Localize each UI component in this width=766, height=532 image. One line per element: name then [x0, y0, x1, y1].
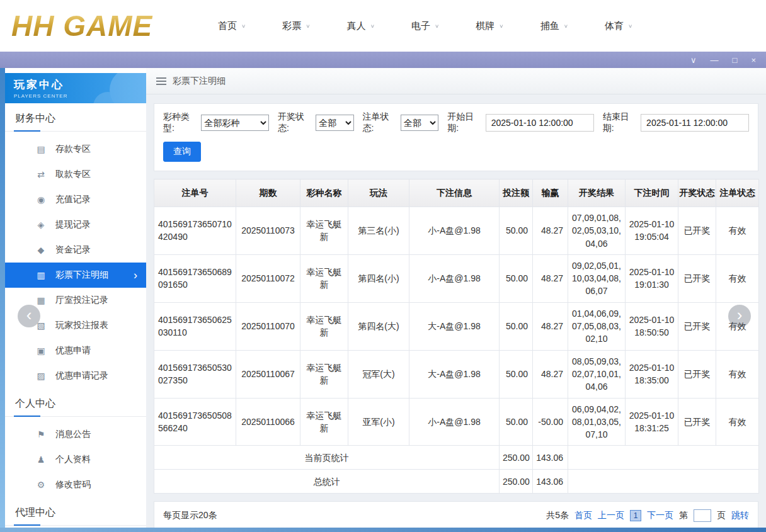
- table-cell: 2025-01-10 19:05:04: [626, 207, 678, 255]
- minimize-icon[interactable]: —: [711, 56, 719, 64]
- site-header: HH GAME 首页 ∨ 彩票 ∨ 真人 ∨ 电子 ∨ 棋牌 ∨: [0, 0, 766, 52]
- chevron-down-icon: ∨: [370, 23, 375, 29]
- sidebar-item-withdrawal-record[interactable]: ◈ 提现记录: [5, 212, 146, 237]
- jump-page-input[interactable]: [694, 509, 711, 522]
- table-row: 40156917365062503011020250110070幸运飞艇新第四名…: [154, 302, 759, 350]
- sidebar-item-label: 彩票下注明细: [55, 269, 108, 281]
- summary-empty: [568, 470, 759, 494]
- table-cell: 幸运飞艇新: [300, 302, 348, 350]
- chevron-down-icon: ∨: [499, 23, 503, 29]
- sidebar-item-promo-apply[interactable]: ▣ 优惠申请: [5, 338, 146, 363]
- table-cell: 50.00: [500, 398, 533, 446]
- chevron-down-icon: ∨: [435, 23, 439, 29]
- maximize-icon[interactable]: □: [733, 56, 738, 64]
- order-status-select[interactable]: 全部: [401, 115, 438, 131]
- table-cell: 幸运飞艇新: [300, 207, 348, 255]
- table-cell: 20250110073: [236, 207, 300, 255]
- table-cell: 第四名(大): [348, 302, 409, 350]
- start-date-input[interactable]: [486, 114, 594, 132]
- banner-subtitle: PLAYERS CENTER: [14, 93, 137, 99]
- scroll-left-button[interactable]: ‹: [18, 305, 40, 327]
- table-row: 40156917365053002735020250110067幸运飞艇新冠军(…: [154, 350, 759, 398]
- nav-item-sports[interactable]: 体育 ∨: [605, 20, 632, 32]
- table-cell: 2025-01-10 19:01:30: [626, 254, 678, 302]
- next-page-link[interactable]: 下一页: [647, 510, 673, 521]
- announcement-icon: ⚑: [35, 429, 47, 439]
- promo-apply-icon: ▣: [35, 346, 47, 356]
- prev-page-link[interactable]: 上一页: [598, 510, 624, 521]
- site-logo[interactable]: HH GAME: [11, 9, 200, 43]
- section-title-label: 代理中心: [15, 507, 55, 518]
- summary-label: 总统计: [154, 470, 500, 494]
- sidebar-item-funds-record[interactable]: ◆ 资金记录: [5, 237, 146, 263]
- close-icon[interactable]: ×: [751, 56, 756, 64]
- sidebar-item-announcements[interactable]: ⚑ 消息公告: [5, 422, 146, 447]
- table-cell: 20250110070: [236, 302, 300, 350]
- lottery-type-select[interactable]: 全部彩种: [201, 115, 268, 131]
- table-cell: 48.27: [533, 207, 568, 255]
- sidebar-item-lottery-bet-detail[interactable]: ▥ 彩票下注明细 ›: [5, 263, 146, 288]
- main-nav: 首页 ∨ 彩票 ∨ 真人 ∨ 电子 ∨ 棋牌 ∨ 捕鱼 ∨: [218, 20, 632, 32]
- order-status-label: 注单状态:: [363, 111, 397, 134]
- jump-prefix-label: 第: [679, 510, 688, 521]
- end-date-input[interactable]: [641, 114, 749, 132]
- column-header-draw-result: 开奖结果: [568, 179, 626, 207]
- table-cell: 幸运飞艇新: [300, 398, 348, 446]
- sidebar-item-label: 优惠申请记录: [55, 370, 108, 382]
- column-header-order-status: 注单状态: [716, 179, 759, 207]
- table-cell: 50.00: [500, 254, 533, 302]
- table-cell: 亚军(小): [348, 398, 409, 446]
- table-cell: 已开奖: [678, 254, 716, 302]
- search-button[interactable]: 查询: [163, 142, 201, 162]
- draw-status-select[interactable]: 全部: [316, 115, 353, 131]
- banner-title: 玩家中心: [14, 77, 137, 92]
- sidebar-item-promo-apply-record[interactable]: ▨ 优惠申请记录: [5, 363, 146, 388]
- table-cell: 2025-01-10 18:35:00: [626, 350, 678, 398]
- chevron-down-icon: ∨: [564, 23, 568, 29]
- table-cell: 大-A盘@1.98: [409, 302, 500, 350]
- deposit-icon: ▤: [35, 144, 47, 154]
- scroll-right-button[interactable]: ›: [728, 305, 751, 327]
- column-header-bet-time: 下注时间: [626, 179, 678, 207]
- table-cell: 有效: [716, 350, 759, 398]
- summary-row-grand-total: 总统计 250.00 143.06: [154, 470, 759, 494]
- nav-item-home[interactable]: 首页 ∨: [218, 20, 246, 32]
- summary-row-current-page: 当前页统计 250.00 143.06: [154, 446, 759, 470]
- sidebar-item-profile[interactable]: ♟ 个人资料: [5, 447, 146, 472]
- sidebar-item-change-password[interactable]: ⚙ 修改密码: [5, 472, 146, 497]
- nav-item-lottery[interactable]: 彩票 ∨: [282, 20, 310, 32]
- total-count: 共5条: [546, 510, 569, 521]
- nav-item-live[interactable]: 真人 ∨: [347, 20, 375, 32]
- summary-empty: [568, 446, 759, 470]
- sidebar-item-recharge-record[interactable]: ◉ 充值记录: [5, 187, 146, 212]
- table-header-row: 注单号 期数 彩种名称 玩法 下注信息 投注额 输赢 开奖结果 下注时间 开奖状…: [154, 179, 759, 207]
- table-cell: -50.00: [533, 398, 568, 446]
- sidebar-item-withdraw[interactable]: ⇄ 取款专区: [5, 162, 146, 187]
- nav-item-fishing[interactable]: 捕鱼 ∨: [540, 20, 568, 32]
- sidebar: 玩家中心 PLAYERS CENTER 财务中心 ▤ 存款专区 ⇄ 取款专区 ◉…: [5, 68, 146, 528]
- pagination-bar: 每页显示20条 共5条 首页 上一页 1 下一页 第 页 跳转: [154, 501, 758, 528]
- sidebar-item-label: 提现记录: [55, 219, 91, 230]
- table-cell: 已开奖: [678, 398, 716, 446]
- sidebar-item-label: 消息公告: [55, 429, 91, 440]
- sidebar-item-deposit[interactable]: ▤ 存款专区: [5, 137, 146, 162]
- current-page[interactable]: 1: [630, 510, 641, 521]
- menu-icon[interactable]: [156, 77, 166, 85]
- table-row: 40156917365071042049020250110073幸运飞艇新第三名…: [154, 207, 759, 255]
- table-cell: 有效: [716, 254, 759, 302]
- nav-label: 彩票: [282, 20, 301, 32]
- jump-button[interactable]: 跳转: [731, 510, 749, 521]
- bets-table-card: 注单号 期数 彩种名称 玩法 下注信息 投注额 输赢 开奖结果 下注时间 开奖状…: [154, 179, 758, 494]
- collapse-icon[interactable]: ∨: [690, 56, 697, 64]
- promo-apply-record-icon: ▨: [35, 371, 47, 381]
- table-cell: 有效: [716, 207, 759, 255]
- nav-item-board-games[interactable]: 棋牌 ∨: [476, 20, 503, 32]
- table-cell: 已开奖: [678, 302, 716, 350]
- nav-item-electronic[interactable]: 电子 ∨: [411, 20, 439, 32]
- jump-suffix-label: 页: [717, 510, 726, 521]
- first-page-link[interactable]: 首页: [574, 510, 592, 521]
- table-cell: 20250110066: [236, 398, 300, 446]
- nav-label: 捕鱼: [540, 20, 559, 32]
- column-header-win-loss: 输赢: [533, 179, 568, 207]
- sidebar-item-label: 优惠申请: [55, 345, 91, 356]
